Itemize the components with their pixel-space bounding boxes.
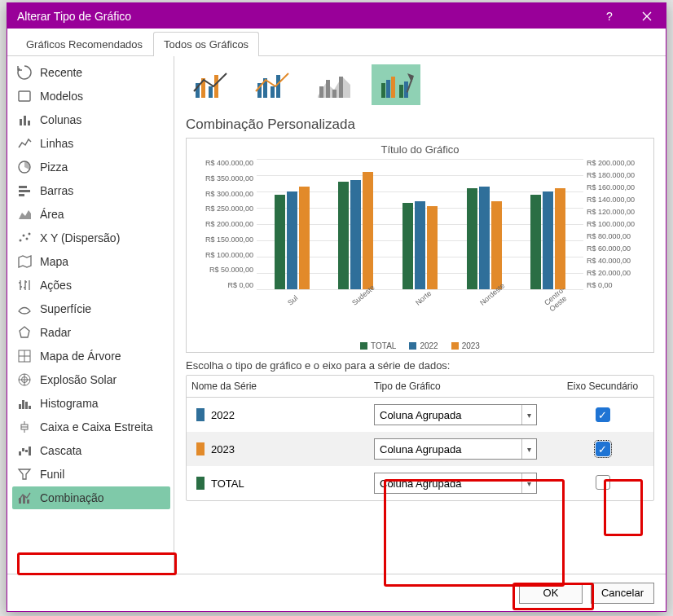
- change-chart-type-dialog: Alterar Tipo de Gráfico ? Gráficos Recom…: [7, 2, 666, 612]
- svg-rect-17: [22, 400, 24, 409]
- chart-title: Título do Gráfico: [193, 143, 647, 156]
- svg-marker-12: [20, 327, 29, 337]
- sidebar-item-column[interactable]: Colunas: [12, 108, 170, 131]
- sidebar-item-label: Linhas: [40, 135, 73, 152]
- secondary-axis-checkbox[interactable]: [596, 475, 610, 490]
- recent-icon: [17, 65, 32, 80]
- svg-rect-7: [19, 194, 24, 196]
- combo-subtype-2[interactable]: [310, 64, 358, 105]
- svg-rect-22: [22, 448, 24, 451]
- svg-point-8: [20, 240, 22, 242]
- sidebar-item-map[interactable]: Mapa: [12, 250, 170, 273]
- sidebar-item-box[interactable]: Caixa e Caixa Estreita: [12, 416, 170, 438]
- svg-rect-43: [399, 85, 403, 98]
- sidebar-item-recent[interactable]: Recente: [12, 61, 170, 84]
- box-icon: [17, 420, 32, 434]
- cancel-button[interactable]: Cancelar: [591, 583, 654, 604]
- svg-rect-5: [19, 186, 27, 188]
- sidebar-item-label: Colunas: [40, 112, 81, 128]
- sidebar-item-waterfall[interactable]: Cascata: [12, 439, 170, 462]
- svg-rect-36: [319, 86, 323, 98]
- template-icon: [17, 89, 32, 103]
- combo-subtype-0[interactable]: [186, 64, 235, 105]
- sidebar-item-label: Barras: [40, 183, 73, 199]
- sidebar-item-label: Caixa e Caixa Estreita: [40, 419, 153, 435]
- series-color-swatch: [196, 408, 205, 421]
- sidebar-item-sunburst[interactable]: Explosão Solar: [12, 368, 170, 391]
- y-axis-secondary: R$ 200.000,00R$ 180.000,00R$ 160.000,00R…: [583, 159, 647, 289]
- series-color-swatch: [196, 442, 205, 455]
- sidebar-item-radar[interactable]: Radar: [12, 321, 170, 344]
- series-row: 2022Coluna Agrupada▾✓: [187, 398, 653, 432]
- map-icon: [17, 254, 32, 269]
- secondary-axis-checkbox[interactable]: ✓: [596, 442, 610, 456]
- header-secondary-axis: Eixo Secundário: [552, 376, 653, 397]
- series-chart-type-select[interactable]: Coluna Agrupada▾: [374, 404, 537, 425]
- series-chart-type-select[interactable]: Coluna Agrupada▾: [374, 438, 537, 460]
- series-name: TOTAL: [211, 477, 244, 490]
- sidebar-item-label: Modelos: [40, 88, 83, 104]
- treemap-icon: [17, 349, 32, 363]
- svg-point-10: [26, 238, 29, 240]
- sidebar-item-label: Funil: [40, 466, 64, 482]
- svg-rect-38: [332, 90, 336, 98]
- histogram-icon: [17, 396, 32, 411]
- subtype-thumbnails: [186, 64, 654, 105]
- secondary-axis-checkbox[interactable]: ✓: [596, 407, 610, 422]
- sidebar-item-label: Combinação: [40, 490, 104, 506]
- sidebar-item-stock[interactable]: Ações: [12, 274, 170, 297]
- svg-rect-19: [29, 406, 31, 409]
- header-series-name: Nome da Série: [187, 376, 369, 397]
- svg-rect-31: [214, 75, 218, 98]
- sidebar-item-label: Pizza: [40, 159, 68, 175]
- chart-legend: TOTAL20222023: [193, 341, 647, 350]
- sidebar-item-label: Radar: [40, 324, 71, 341]
- svg-rect-37: [326, 80, 330, 98]
- sidebar-item-label: Área: [40, 206, 64, 222]
- window-title: Alterar Tipo de Gráfico: [17, 10, 131, 23]
- sidebar-item-area[interactable]: Área: [12, 203, 170, 226]
- sidebar-item-template[interactable]: Modelos: [12, 85, 170, 108]
- sunburst-icon: [17, 372, 32, 387]
- series-row: TOTALColuna Agrupada▾: [187, 466, 653, 500]
- sidebar-item-pie[interactable]: Pizza: [12, 156, 170, 178]
- svg-rect-21: [19, 451, 21, 455]
- chart-type-sidebar: RecenteModelosColunasLinhasPizzaBarrasÁr…: [7, 56, 174, 574]
- combo-subtype-3[interactable]: [372, 64, 420, 105]
- sidebar-item-label: Ações: [40, 277, 72, 293]
- sidebar-item-scatter[interactable]: X Y (Dispersão): [12, 227, 170, 249]
- tab-all-charts[interactable]: Todos os Gráficos: [153, 32, 259, 56]
- sidebar-item-surface[interactable]: Superfície: [12, 297, 170, 320]
- svg-rect-27: [27, 499, 29, 504]
- surface-icon: [17, 301, 32, 316]
- series-color-swatch: [196, 477, 205, 490]
- area-icon: [17, 207, 32, 222]
- tab-recommended[interactable]: Gráficos Recomendados: [15, 32, 153, 56]
- sidebar-item-label: Cascata: [40, 442, 81, 459]
- sidebar-item-bar[interactable]: Barras: [12, 179, 170, 202]
- sidebar-item-treemap[interactable]: Mapa de Árvore: [12, 345, 170, 367]
- chart-preview[interactable]: Título do Gráfico R$ 400.000,00R$ 350.00…: [186, 138, 654, 353]
- sidebar-item-label: Explosão Solar: [40, 372, 117, 388]
- bar-icon: [17, 183, 32, 198]
- series-table-header: Nome da Série Tipo de Gráfico Eixo Secun…: [187, 376, 653, 398]
- combo-subtype-1[interactable]: [248, 64, 297, 105]
- radar-icon: [17, 325, 32, 340]
- close-button[interactable]: [628, 3, 666, 29]
- help-button[interactable]: ?: [591, 3, 628, 29]
- svg-rect-0: [19, 91, 30, 101]
- y-axis-primary: R$ 400.000,00R$ 350.000,00R$ 300.000,00R…: [193, 159, 257, 289]
- sidebar-item-label: Recente: [40, 64, 82, 81]
- svg-rect-41: [386, 80, 390, 98]
- ok-button[interactable]: OK: [519, 583, 583, 604]
- series-table: Nome da Série Tipo de Gráfico Eixo Secun…: [186, 375, 654, 501]
- svg-rect-6: [19, 190, 30, 192]
- svg-point-11: [29, 233, 31, 235]
- sidebar-item-combo[interactable]: Combinação: [12, 486, 170, 509]
- sidebar-item-funnel[interactable]: Funil: [12, 463, 170, 486]
- sidebar-item-line[interactable]: Linhas: [12, 132, 170, 155]
- sidebar-item-histogram[interactable]: Histograma: [12, 392, 170, 415]
- series-chart-type-select[interactable]: Coluna Agrupada▾: [374, 473, 537, 494]
- svg-rect-35: [276, 75, 280, 98]
- line-icon: [17, 136, 32, 151]
